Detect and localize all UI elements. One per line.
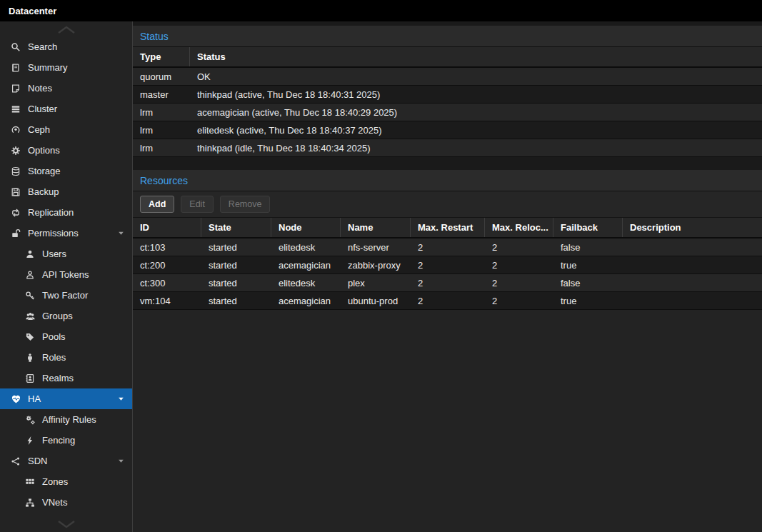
table-row[interactable]: ct:300startedelitedeskplex22false	[133, 274, 762, 292]
cell-max-reloc: 2	[485, 239, 553, 256]
sidebar-item-label: Storage	[28, 166, 61, 176]
sidebar-item-pools[interactable]: Pools	[0, 326, 132, 347]
cell-type: quorum	[133, 68, 190, 85]
cell-state: started	[201, 292, 271, 309]
chevron-down-icon[interactable]	[117, 395, 125, 403]
sidebar-item-vnets[interactable]: VNets	[0, 492, 132, 513]
main-panel: Status TypeStatus quorumOKmasterthinkpad…	[133, 21, 762, 532]
cell-status: elitedesk (active, Thu Dec 18 18:40:37 2…	[190, 121, 762, 139]
address-book-icon	[23, 373, 37, 383]
sidebar-item-backup[interactable]: Backup	[0, 181, 132, 202]
cell-state: started	[201, 239, 271, 256]
resources-table-empty-area	[133, 310, 762, 532]
sidebar-item-zones[interactable]: Zones	[0, 471, 132, 492]
share-nodes-icon	[9, 456, 23, 466]
resources-table-header: IDStateNodeNameMax. RestartMax. Reloc...…	[133, 218, 762, 239]
chevron-up-icon	[56, 24, 77, 37]
sidebar-item-label: SDN	[28, 456, 47, 466]
sidebar-item-ha[interactable]: HA	[0, 388, 132, 409]
table-row[interactable]: lrmelitedesk (active, Thu Dec 18 18:40:3…	[133, 121, 762, 139]
chevron-down-icon[interactable]	[117, 457, 125, 465]
edit-button[interactable]: Edit	[181, 196, 214, 213]
remove-button[interactable]: Remove	[220, 196, 271, 213]
table-row[interactable]: lrmacemagician (active, Thu Dec 18 18:40…	[133, 104, 762, 121]
sidebar-item-ceph[interactable]: Ceph	[0, 119, 132, 140]
column-header-name[interactable]: Name	[341, 218, 411, 237]
heartbeat-icon	[9, 394, 23, 404]
column-header-type[interactable]: Type	[133, 47, 190, 66]
cell-failback: true	[553, 256, 623, 273]
column-header-status[interactable]: Status	[190, 47, 762, 66]
sidebar-item-storage[interactable]: Storage	[0, 161, 132, 181]
sidebar-item-label: Replication	[28, 207, 74, 218]
sidebar-item-summary[interactable]: Summary	[0, 57, 132, 78]
chevron-down-icon	[56, 518, 77, 531]
sidebar-item-cluster[interactable]: Cluster	[0, 99, 132, 119]
api-token-icon	[23, 270, 37, 280]
sidebar-item-label: Roles	[42, 352, 66, 363]
sidebar-item-realms[interactable]: Realms	[0, 368, 132, 388]
cell-type: master	[133, 86, 190, 103]
bolt-icon	[23, 436, 37, 446]
cluster-icon	[9, 104, 23, 114]
sidebar-item-label: Zones	[42, 476, 68, 487]
sidebar-item-groups[interactable]: Groups	[0, 306, 132, 326]
table-row[interactable]: ct:200startedacemagicianzabbix-proxy22tr…	[133, 256, 762, 274]
column-header-description[interactable]: Description	[623, 218, 762, 237]
tag-icon	[23, 332, 37, 342]
person-icon	[23, 353, 37, 363]
sidebar-item-options[interactable]: Options	[0, 140, 132, 161]
sidebar-item-two-factor[interactable]: Two Factor	[0, 285, 132, 306]
sidebar-item-api-tokens[interactable]: API Tokens	[0, 264, 132, 285]
table-row[interactable]: lrmthinkpad (idle, Thu Dec 18 18:40:34 2…	[133, 139, 762, 157]
sidebar-item-roles[interactable]: Roles	[0, 347, 132, 368]
sidebar-item-label: Summary	[28, 62, 68, 73]
status-panel: Status TypeStatus quorumOKmasterthinkpad…	[133, 26, 762, 157]
sidebar: SearchSummaryNotesClusterCephOptionsStor…	[0, 21, 133, 532]
ceph-icon	[9, 125, 23, 135]
sidebar-item-permissions[interactable]: Permissions	[0, 223, 132, 244]
sidebar-item-notes[interactable]: Notes	[0, 78, 132, 99]
sidebar-item-fencing[interactable]: Fencing	[0, 430, 132, 451]
table-row[interactable]: ct:103startedelitedesknfs-server22false	[133, 239, 762, 256]
cell-type: lrm	[133, 104, 190, 121]
status-table-header: TypeStatus	[133, 47, 762, 68]
sidebar-item-sdn[interactable]: SDN	[0, 451, 132, 471]
sidebar-item-users[interactable]: Users	[0, 244, 132, 264]
table-row[interactable]: masterthinkpad (active, Thu Dec 18 18:40…	[133, 86, 762, 104]
sidebar-item-label: Realms	[42, 373, 74, 383]
sidebar-item-replication[interactable]: Replication	[0, 202, 132, 223]
cell-failback: false	[553, 274, 623, 291]
scroll-down-indicator[interactable]	[0, 519, 132, 531]
cell-name: plex	[341, 274, 411, 291]
sidebar-item-affinity-rules[interactable]: Affinity Rules	[0, 409, 132, 430]
column-header-id[interactable]: ID	[133, 218, 201, 237]
cell-node: elitedesk	[271, 274, 341, 291]
cell-state: started	[201, 256, 271, 273]
status-panel-title: Status	[140, 31, 169, 42]
scroll-up-indicator[interactable]	[0, 25, 132, 36]
sidebar-item-search[interactable]: Search	[0, 36, 132, 57]
column-header-max-reloc[interactable]: Max. Reloc...	[485, 218, 553, 237]
column-header-failback[interactable]: Failback	[553, 218, 623, 237]
cell-failback: false	[553, 239, 623, 256]
cell-status: OK	[190, 68, 762, 85]
cell-max-reloc: 2	[485, 256, 553, 273]
column-header-node[interactable]: Node	[271, 218, 341, 237]
resources-panel: Resources Add Edit Remove IDStateNodeNam…	[133, 170, 762, 532]
table-row[interactable]: vm:104startedacemagicianubuntu-prod22tru…	[133, 292, 762, 310]
resources-table-body: ct:103startedelitedesknfs-server22falsec…	[133, 239, 762, 310]
table-row[interactable]: quorumOK	[133, 68, 762, 86]
grid-icon	[23, 477, 37, 487]
cell-node: acemagician	[271, 292, 341, 309]
chevron-down-icon[interactable]	[117, 229, 125, 237]
cell-id: vm:104	[133, 292, 201, 309]
add-button[interactable]: Add	[140, 196, 174, 213]
cell-max-restart: 2	[411, 256, 485, 273]
sidebar-item-label: Pools	[42, 331, 66, 342]
cell-node: acemagician	[271, 256, 341, 273]
network-icon	[23, 498, 37, 508]
column-header-state[interactable]: State	[201, 218, 271, 237]
sidebar-item-label: Users	[42, 249, 66, 259]
column-header-max-restart[interactable]: Max. Restart	[411, 218, 485, 237]
